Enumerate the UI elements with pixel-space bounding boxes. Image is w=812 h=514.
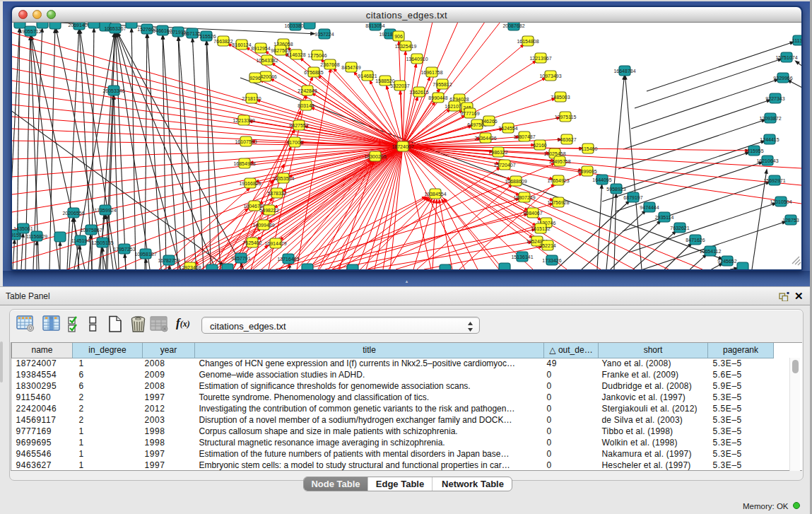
svg-text:7625402: 7625402	[242, 240, 261, 245]
svg-text:9245652: 9245652	[717, 259, 736, 264]
svg-text:8471626: 8471626	[686, 238, 705, 243]
svg-text:20087682: 20087682	[502, 23, 524, 28]
svg-text:20691406: 20691406	[68, 23, 90, 28]
svg-text:12505135: 12505135	[91, 240, 113, 245]
svg-text:1733426: 1733426	[542, 258, 561, 263]
svg-text:1244415: 1244415	[760, 137, 779, 142]
svg-text:10543382: 10543382	[256, 58, 278, 63]
svg-text:9474444: 9474444	[640, 205, 659, 210]
svg-text:8146328: 8146328	[286, 52, 305, 57]
svg-text:17957253: 17957253	[113, 247, 135, 252]
svg-text:10654112: 10654112	[700, 249, 722, 254]
svg-text:16210643: 16210643	[756, 158, 778, 163]
svg-text:12975115: 12975115	[555, 115, 577, 119]
svg-text:906: 906	[394, 34, 403, 39]
svg-text:20206556: 20206556	[62, 211, 84, 216]
svg-text:746266: 746266	[481, 119, 497, 124]
svg-text:10975867: 10975867	[80, 228, 102, 233]
svg-text:1588520: 1588520	[375, 78, 394, 83]
svg-text:9115460: 9115460	[579, 146, 598, 151]
svg-text:16107593: 16107593	[235, 139, 257, 144]
svg-text:9296: 9296	[249, 76, 261, 81]
svg-text:18807249: 18807249	[513, 195, 535, 200]
svg-text:15751074: 15751074	[775, 55, 797, 60]
svg-text:1275046: 1275046	[307, 53, 326, 58]
svg-text:6899695: 6899695	[577, 169, 596, 174]
svg-text:128753: 128753	[782, 218, 799, 223]
svg-text:9329966: 9329966	[773, 76, 792, 81]
svg-text:8160124: 8160124	[232, 42, 251, 47]
svg-text:12213967: 12213967	[529, 56, 551, 61]
svg-text:62160: 62160	[533, 143, 547, 148]
svg-text:417006: 417006	[286, 140, 302, 145]
svg-text:9463627: 9463627	[557, 137, 576, 142]
svg-text:21364436: 21364436	[474, 136, 496, 141]
svg-text:15136141: 15136141	[511, 255, 533, 259]
svg-text:26053346: 26053346	[102, 88, 124, 93]
svg-text:2935114: 2935114	[655, 215, 674, 220]
svg-text:11325419: 11325419	[395, 44, 417, 49]
svg-text:12213389: 12213389	[233, 118, 254, 123]
svg-text:16648784: 16648784	[613, 69, 635, 74]
svg-text:10025458: 10025458	[543, 151, 565, 156]
svg-text:7955812: 7955812	[433, 82, 452, 87]
svg-text:16961758: 16961758	[420, 70, 442, 75]
svg-text:16154808: 16154808	[517, 39, 539, 44]
svg-text:10756928: 10756928	[547, 200, 569, 205]
svg-text:9227343: 9227343	[765, 96, 784, 101]
svg-text:6756885: 6756885	[304, 70, 323, 75]
svg-text:7485003: 7485003	[551, 95, 570, 100]
svg-text:3215955: 3215955	[744, 148, 763, 153]
svg-text:6879197: 6879197	[623, 195, 642, 200]
svg-text:5958923: 5958923	[606, 187, 625, 192]
svg-text:10653267: 10653267	[104, 26, 126, 31]
svg-text:7663822: 7663822	[213, 39, 233, 44]
svg-text:3624554: 3624554	[498, 126, 517, 131]
svg-text:9857791: 9857791	[231, 256, 250, 261]
svg-text:16782759: 16782759	[158, 258, 180, 263]
svg-text:1435061: 1435061	[13, 226, 33, 231]
svg-text:9084067: 9084067	[523, 211, 542, 216]
svg-text:7515526: 7515526	[196, 34, 216, 39]
svg-text:15692971: 15692971	[763, 178, 785, 183]
svg-text:16914479: 16914479	[264, 241, 286, 246]
svg-text:252214: 252214	[539, 243, 555, 248]
svg-text:11353594: 11353594	[273, 176, 295, 181]
svg-text:17654923: 17654923	[547, 178, 569, 183]
svg-text:9357224: 9357224	[314, 32, 334, 37]
svg-text:12093872: 12093872	[759, 116, 781, 121]
svg-text:13716485: 13716485	[277, 257, 299, 262]
svg-text:12923468: 12923468	[179, 265, 201, 270]
svg-text:19166825: 19166825	[239, 181, 261, 186]
svg-text:8912954: 8912954	[251, 46, 270, 51]
svg-text:1145194: 1145194	[71, 238, 90, 243]
svg-text:5878332: 5878332	[267, 191, 286, 196]
svg-text:7632621: 7632621	[670, 226, 689, 230]
svg-text:13640910: 13640910	[406, 57, 428, 62]
svg-text:15720407: 15720407	[493, 163, 515, 168]
svg-text:18300295: 18300295	[364, 154, 386, 159]
svg-text:1644095: 1644095	[592, 177, 611, 182]
svg-text:1615132: 1615132	[531, 226, 550, 231]
svg-text:2367608: 2367608	[320, 62, 339, 67]
svg-text:1362615: 1362615	[409, 90, 428, 95]
svg-text:8454749: 8454749	[341, 65, 360, 70]
svg-text:8990448: 8990448	[428, 95, 447, 100]
svg-text:16854948: 16854948	[233, 161, 255, 166]
svg-text:9146821: 9146821	[358, 74, 377, 78]
svg-text:5322037: 5322037	[390, 83, 409, 88]
svg-text:9777169: 9777169	[460, 111, 479, 116]
svg-text:19384554: 19384554	[424, 192, 446, 197]
svg-text:14099489: 14099489	[252, 223, 274, 228]
svg-text:10807487: 10807487	[513, 134, 535, 139]
svg-text:10973493: 10973493	[539, 74, 561, 78]
svg-text:10958187: 10958187	[134, 252, 156, 257]
svg-text:11132: 11132	[792, 38, 801, 43]
svg-text:10688609: 10688609	[505, 179, 526, 184]
svg-text:5498222: 5498222	[259, 208, 278, 213]
svg-text:11156829: 11156829	[26, 234, 47, 239]
svg-text:17359924: 17359924	[94, 208, 116, 213]
svg-text:16033809: 16033809	[284, 23, 306, 28]
svg-text:8813054: 8813054	[365, 23, 384, 28]
svg-text:803144: 803144	[298, 103, 314, 108]
